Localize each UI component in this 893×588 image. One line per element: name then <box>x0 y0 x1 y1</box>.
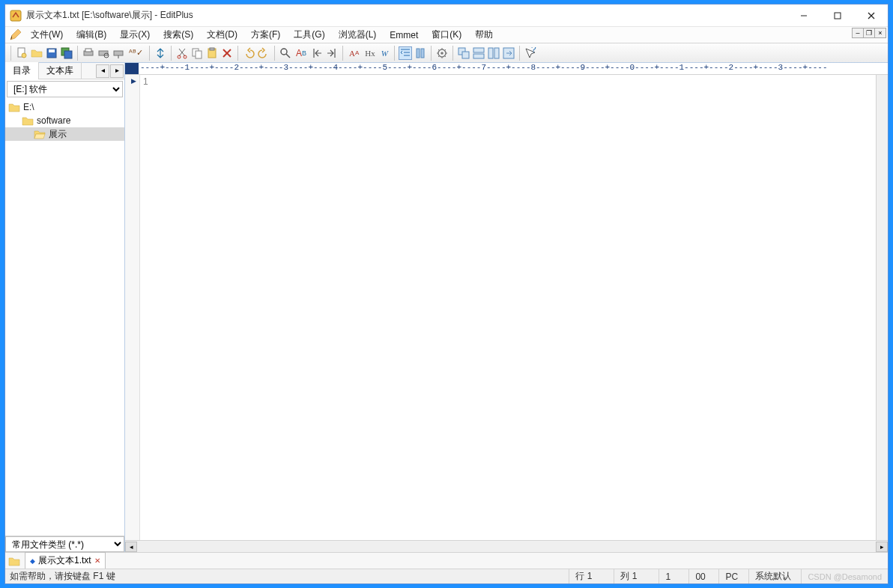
menu-emmet[interactable]: Emmet <box>384 28 424 42</box>
menu-file[interactable]: 文件(W) <box>25 27 69 43</box>
hscroll-left-button[interactable]: ◂ <box>125 542 137 552</box>
sidebar-tab-directory[interactable]: 目录 <box>5 62 39 79</box>
mdi-minimize-button[interactable]: – <box>852 28 864 38</box>
indent-left-button[interactable] <box>399 46 412 60</box>
status-num1: 1 <box>659 569 689 584</box>
save-button[interactable] <box>45 46 58 60</box>
svg-rect-32 <box>473 48 484 52</box>
drive-select[interactable]: [E:] 软件 <box>7 81 123 97</box>
menu-edit[interactable]: 编辑(B) <box>70 27 112 43</box>
mdi-restore-button[interactable]: ❐ <box>863 28 875 38</box>
mdi-close-button[interactable]: × <box>874 28 886 38</box>
sidebar-tabs: 目录 文本库 ◂ ▸ <box>5 63 124 79</box>
folder-node-demo[interactable]: 展示 <box>5 127 124 141</box>
svg-rect-2 <box>835 13 841 19</box>
window-title: 展示文本1.txt [E:\software\展示] - EditPlus <box>26 9 193 22</box>
status-encoding: PC <box>719 569 749 584</box>
filetype-dropdown[interactable]: 常用文件类型 (*.*) <box>5 536 124 552</box>
svg-rect-35 <box>494 48 499 58</box>
svg-rect-26 <box>417 49 420 58</box>
folder-icon <box>8 102 20 112</box>
svg-rect-33 <box>473 54 484 58</box>
sidebar-nav-prev-button[interactable]: ◂ <box>96 64 109 78</box>
font-size-button[interactable]: AA <box>347 46 361 60</box>
menu-project[interactable]: 方案(F) <box>245 27 286 43</box>
sidebar: 目录 文本库 ◂ ▸ [E:] 软件 E:\ software <box>5 63 125 552</box>
cut-button[interactable] <box>175 46 189 60</box>
settings-button[interactable] <box>435 46 449 60</box>
content-area: 目录 文本库 ◂ ▸ [E:] 软件 E:\ software <box>5 63 888 552</box>
wrap-button[interactable]: W <box>379 46 390 60</box>
hex-button[interactable]: Hx <box>363 46 377 60</box>
ftp-button[interactable] <box>154 46 167 60</box>
menu-window[interactable]: 窗口(K) <box>426 27 467 43</box>
open-file-button[interactable] <box>30 46 43 60</box>
svg-rect-19 <box>196 51 202 58</box>
window-cascade-button[interactable] <box>457 46 470 60</box>
status-num2: 00 <box>689 569 719 584</box>
minimize-button[interactable] <box>787 4 820 27</box>
folder-tree[interactable]: E:\ software 展示 <box>5 99 124 536</box>
close-button[interactable] <box>854 4 888 27</box>
svg-rect-31 <box>462 52 469 58</box>
app-icon <box>10 10 22 22</box>
goto-end-button[interactable] <box>325 46 339 60</box>
menu-view[interactable]: 显示(X) <box>114 27 156 43</box>
undo-button[interactable] <box>242 46 255 60</box>
svg-rect-12 <box>85 49 91 52</box>
save-all-button[interactable] <box>60 46 73 60</box>
menubar: 文件(W) 编辑(B) 显示(X) 搜索(S) 文档(D) 方案(F) 工具(G… <box>5 27 888 43</box>
document-tab-label: 展示文本1.txt <box>38 554 91 567</box>
sidebar-nav-next-button[interactable]: ▸ <box>110 64 124 78</box>
window-tile-h-button[interactable] <box>472 46 485 60</box>
print-direct-button[interactable] <box>112 46 125 60</box>
delete-button[interactable] <box>220 46 234 60</box>
hscroll-track[interactable] <box>137 542 876 552</box>
goto-start-button[interactable] <box>310 46 324 60</box>
editor-body: ▶ 1 <box>125 75 888 540</box>
maximize-button[interactable] <box>820 4 854 27</box>
svg-line-25 <box>286 54 290 58</box>
filetype-select[interactable]: 常用文件类型 (*.*) <box>5 536 124 552</box>
spellcheck-button[interactable]: ᴬᴮ✓ <box>127 46 145 60</box>
folder-node-software[interactable]: software <box>5 114 124 127</box>
folder-icon <box>8 556 20 566</box>
status-help: 如需帮助，请按键盘 F1 键 <box>5 569 569 584</box>
copy-button[interactable] <box>190 46 204 60</box>
sidebar-tab-cliptext[interactable]: 文本库 <box>39 62 82 79</box>
menu-document[interactable]: 文档(D) <box>201 27 243 43</box>
menu-help[interactable]: 帮助 <box>469 27 499 43</box>
new-file-button[interactable] <box>15 46 28 60</box>
vertical-scrollbar[interactable] <box>876 75 888 540</box>
svg-rect-10 <box>64 51 72 58</box>
status-syntax: 系统默认 <box>749 569 802 584</box>
toolbar: ᴬᴮ✓ AB AA Hx W ? <box>5 43 888 63</box>
paste-button[interactable] <box>205 46 219 60</box>
hscroll-right-button[interactable]: ▸ <box>876 542 888 552</box>
tab-close-button[interactable]: ✕ <box>94 557 100 565</box>
svg-rect-27 <box>421 49 424 58</box>
context-help-button[interactable]: ? <box>524 46 537 60</box>
document-tab[interactable]: ◆ 展示文本1.txt ✕ <box>25 552 106 569</box>
folder-open-icon <box>34 129 46 139</box>
print-preview-button[interactable] <box>97 46 110 60</box>
print-button[interactable] <box>82 46 95 60</box>
window-next-button[interactable] <box>502 46 515 60</box>
svg-rect-21 <box>210 48 214 50</box>
redo-button[interactable] <box>257 46 270 60</box>
folder-node-root[interactable]: E:\ <box>5 100 124 114</box>
caret-marker-icon: ▶ <box>131 77 136 85</box>
menu-tools[interactable]: 工具(G) <box>288 27 330 43</box>
column-mode-button[interactable] <box>414 46 427 60</box>
line-number: 1 <box>143 76 148 87</box>
find-button[interactable] <box>279 46 292 60</box>
menu-search[interactable]: 搜索(S) <box>157 27 199 43</box>
menu-browser[interactable]: 浏览器(L) <box>333 27 383 43</box>
text-editor[interactable]: ▶ 1 <box>140 75 876 540</box>
horizontal-scrollbar[interactable]: ◂ ▸ <box>125 540 888 552</box>
find-replace-button[interactable]: AB <box>294 46 309 60</box>
window-tile-v-button[interactable] <box>487 46 500 60</box>
gutter <box>125 75 140 540</box>
drive-dropdown[interactable]: [E:] 软件 <box>7 81 123 97</box>
svg-rect-15 <box>114 51 123 55</box>
